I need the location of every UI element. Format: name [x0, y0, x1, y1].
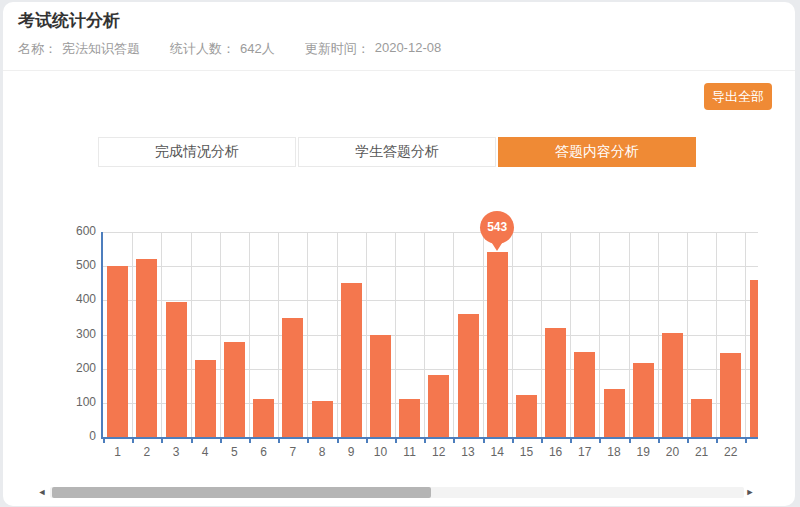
x-axis-tick [395, 439, 397, 443]
bar[interactable] [662, 333, 683, 437]
bar[interactable] [691, 399, 712, 437]
h-gridline [103, 335, 758, 336]
y-axis-label: 200 [56, 361, 96, 375]
bar[interactable] [166, 302, 187, 437]
x-axis-tick [512, 439, 514, 443]
x-axis-tick [366, 439, 368, 443]
v-gridline [161, 232, 162, 437]
x-axis-tick [570, 439, 572, 443]
h-gridline [103, 232, 758, 233]
x-axis-tick [220, 439, 222, 443]
x-axis-tick [424, 439, 426, 443]
v-gridline [220, 232, 221, 437]
y-axis-label: 400 [56, 292, 96, 306]
v-gridline [541, 232, 542, 437]
x-axis-tick [541, 439, 543, 443]
bar[interactable] [195, 360, 216, 437]
x-axis-tick [337, 439, 339, 443]
x-axis-label: 4 [191, 445, 219, 459]
bar[interactable] [341, 283, 362, 437]
bar[interactable] [399, 399, 420, 437]
x-axis-line [101, 437, 758, 439]
h-gridline [103, 266, 758, 267]
v-gridline [483, 232, 484, 437]
x-axis-label: 9 [337, 445, 365, 459]
v-gridline [453, 232, 454, 437]
x-axis-label: 2 [133, 445, 161, 459]
x-axis-label: 21 [688, 445, 716, 459]
x-axis-tick [307, 439, 309, 443]
x-axis-label: 12 [425, 445, 453, 459]
y-axis-label: 500 [56, 258, 96, 272]
v-gridline [658, 232, 659, 437]
v-gridline [337, 232, 338, 437]
x-axis-label: 15 [512, 445, 540, 459]
x-axis-tick [629, 439, 631, 443]
bar[interactable] [604, 389, 625, 437]
bar[interactable] [312, 401, 333, 437]
x-axis-label: 5 [220, 445, 248, 459]
v-gridline [366, 232, 367, 437]
v-gridline [132, 232, 133, 437]
x-axis-label: 13 [454, 445, 482, 459]
x-axis-label: 6 [250, 445, 278, 459]
x-axis-tick [453, 439, 455, 443]
x-axis-label: 7 [279, 445, 307, 459]
v-gridline [249, 232, 250, 437]
v-gridline [629, 232, 630, 437]
x-axis-label: 11 [396, 445, 424, 459]
v-gridline [191, 232, 192, 437]
y-axis-label: 600 [56, 224, 96, 238]
x-axis-tick [103, 439, 105, 443]
x-axis-tick [191, 439, 193, 443]
x-axis-tick [161, 439, 163, 443]
bar-chart: 0100200300400500600123456789101112131415… [0, 0, 800, 507]
x-axis-tick [483, 439, 485, 443]
x-axis-label: 1 [104, 445, 132, 459]
x-axis-label: 10 [366, 445, 394, 459]
x-axis-label: 20 [658, 445, 686, 459]
bar[interactable] [428, 375, 449, 438]
v-gridline [570, 232, 571, 437]
v-gridline [278, 232, 279, 437]
chart-scrollbar-thumb[interactable] [52, 487, 431, 498]
y-axis-line [101, 232, 103, 439]
x-axis-label: 3 [162, 445, 190, 459]
x-axis-tick [687, 439, 689, 443]
v-gridline [424, 232, 425, 437]
x-axis-label: 19 [629, 445, 657, 459]
bar[interactable] [370, 335, 391, 438]
bar[interactable] [458, 314, 479, 437]
bar[interactable] [224, 342, 245, 437]
v-gridline [745, 232, 746, 437]
scroll-right-icon[interactable]: ► [745, 486, 755, 498]
bar[interactable] [136, 259, 157, 437]
x-axis-label: 18 [600, 445, 628, 459]
x-axis-tick [599, 439, 601, 443]
bar-value-tooltip: 543 [480, 211, 514, 244]
y-axis-label: 0 [56, 429, 96, 443]
bar[interactable] [253, 399, 274, 437]
bar[interactable] [487, 252, 508, 438]
bar[interactable] [516, 395, 537, 437]
x-axis-tick [278, 439, 280, 443]
bar[interactable] [574, 352, 595, 437]
x-axis-label: 16 [542, 445, 570, 459]
h-gridline [103, 300, 758, 301]
x-axis-label: 22 [717, 445, 745, 459]
x-axis-label: 8 [308, 445, 336, 459]
bar[interactable] [633, 363, 654, 438]
x-axis-label: 14 [483, 445, 511, 459]
bar[interactable] [720, 353, 741, 437]
bar[interactable] [107, 266, 128, 437]
x-axis-tick [745, 439, 747, 443]
v-gridline [599, 232, 600, 437]
bar[interactable] [282, 318, 303, 437]
v-gridline [395, 232, 396, 437]
bar-partial[interactable] [750, 280, 759, 437]
x-axis-tick [249, 439, 251, 443]
scroll-left-icon[interactable]: ◄ [37, 486, 47, 498]
v-gridline [512, 232, 513, 437]
v-gridline [307, 232, 308, 437]
bar[interactable] [545, 328, 566, 437]
